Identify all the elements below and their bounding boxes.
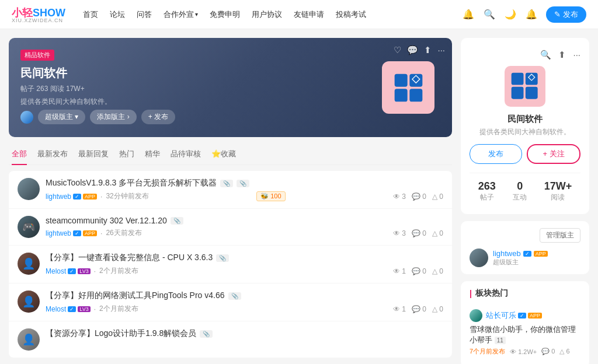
post-time-value: 26天前发布 [106, 228, 141, 238]
post-author[interactable]: lightweb ✓ APP [46, 229, 97, 237]
tab-excellent[interactable]: 精华 [145, 144, 160, 165]
mod-avatar [470, 249, 488, 267]
forum-name: 民间软件 [470, 114, 580, 125]
right-follow-button[interactable]: + 关注 [527, 144, 580, 164]
post-title[interactable]: 【资源分享】Logo设计助手1.9.8解锁会员 📎 [46, 328, 443, 339]
comment-stat: 💬 0 [412, 229, 426, 237]
search-icon[interactable]: 🔍 [483, 8, 496, 21]
avatar: 👤 [18, 253, 40, 275]
hot-level-badge: APP [528, 313, 542, 318]
post-content: 【资源分享】Logo设计助手1.9.8解锁会员 📎 [46, 328, 443, 342]
like-stat: △ 0 [432, 192, 443, 201]
mod-role: 超级版主 [493, 258, 548, 267]
view-stat: 👁 3 [393, 229, 406, 237]
hot-post-title[interactable]: 雪球微信小助手，你的微信管理小帮手 11 [470, 324, 580, 345]
post-title[interactable]: steamcommunity 302 Ver.12.1.20 📎 [46, 216, 443, 225]
more-icon[interactable]: ··· [573, 50, 580, 60]
post-tabs: 全部 最新发布 最新回复 热门 精华 品待审核 ⭐收藏 [9, 144, 452, 165]
like-stat: △ 0 [432, 229, 443, 237]
header-publish-button[interactable]: ✎ 发布 [546, 6, 586, 23]
nav-home[interactable]: 首页 [83, 9, 98, 20]
post-stats: 👁 3 💬 0 △ 0 [393, 229, 443, 237]
banner-addmod-btn[interactable]: 添加版主 › [90, 110, 136, 124]
hot-time: 7个月前发布 [470, 347, 505, 356]
forum-logo-svg [510, 72, 540, 101]
verified-badge: ✓ [73, 194, 81, 200]
share-icon[interactable]: ⬆ [558, 50, 566, 60]
dot: · [100, 229, 102, 237]
like-icon[interactable]: ♡ [394, 45, 401, 55]
nav-forum[interactable]: 论坛 [110, 9, 125, 20]
post-time-value: 32分钟前发布 [106, 191, 148, 201]
post-title[interactable]: 【分享】好用的网络测试工具PingTools Pro v4.66 📎 [46, 290, 443, 301]
tab-all[interactable]: 全部 [12, 144, 27, 165]
tab-pending[interactable]: 品待审核 [171, 144, 201, 165]
level-badge: APP [83, 230, 97, 236]
dot: · [94, 267, 96, 275]
moderator-user: lightweb ✓ APP 超级版主 [470, 246, 580, 267]
table-row: 👤 【分享】好用的网络测试工具PingTools Pro v4.66 📎 Mel… [9, 284, 452, 321]
share-icon[interactable]: ⬆ [424, 45, 432, 55]
stat-posts-value: 263 [478, 180, 496, 192]
notification-icon[interactable]: 🔔 [462, 8, 475, 21]
forum-desc: 提供各类民间大神自制软件。 [470, 127, 580, 137]
manage-mod-button[interactable]: 管理版主 [540, 228, 580, 243]
svg-rect-6 [512, 73, 524, 85]
post-meta: lightweb ✓ APP · 32分钟前发布 🐝 100 👁 3 💬 0 △… [46, 191, 443, 201]
verified-badge: ✓ [518, 313, 526, 318]
tab-latest-reply[interactable]: 最新回复 [78, 144, 109, 165]
stat-reads: 17W+ 阅读 [544, 180, 572, 202]
tab-latest-post[interactable]: 最新发布 [37, 144, 68, 165]
view-stat: 👁 3 [393, 192, 406, 201]
nav-qa[interactable]: 问答 [137, 9, 152, 20]
nav-friendlink[interactable]: 友链申请 [294, 9, 324, 20]
more-icon[interactable]: ··· [437, 45, 445, 55]
theme-icon[interactable]: 🌙 [504, 8, 517, 21]
post-title[interactable]: 【分享】一键查看设备完整信息 - CPU X 3.6.3 📎 [46, 253, 443, 263]
list-item: 站长可乐 ✓ APP 雪球微信小助手，你的微信管理小帮手 11 7个月前发布 👁… [470, 304, 580, 360]
svg-rect-0 [394, 74, 407, 86]
banner-actions-top: ♡ 💬 ⬆ ··· [394, 45, 445, 55]
avatar [18, 178, 40, 200]
forum-profile-panel: 🔍 ⬆ ··· 民间软件 提供各类民间大神自制软件。 [461, 38, 589, 214]
forum-banner: ♡ 💬 ⬆ ··· 精品软件 民间软件 帖子 263 阅读 17W+ 提供各类民… [9, 38, 452, 137]
verified-badge: ✓ [523, 251, 531, 257]
hot-user-row: 站长可乐 ✓ APP [470, 309, 580, 322]
left-column: ♡ 💬 ⬆ ··· 精品软件 民间软件 帖子 263 阅读 17W+ 提供各类民… [9, 38, 452, 364]
level-badge: APP [83, 194, 97, 200]
hot-avatar [470, 309, 482, 322]
post-author[interactable]: lightweb ✓ APP [46, 192, 97, 201]
avatar: 🎮 [18, 216, 40, 238]
svg-rect-2 [394, 89, 407, 102]
tab-favorites[interactable]: ⭐收藏 [211, 144, 236, 165]
view-stat: 👁 1 [393, 267, 406, 275]
banner-meta: 帖子 263 阅读 17W+ [20, 84, 440, 94]
right-publish-button[interactable]: 发布 [470, 144, 522, 164]
banner-post-btn[interactable]: + 发布 [141, 110, 175, 124]
post-author[interactable]: Melost ✓ LV3 [46, 305, 91, 313]
post-author[interactable]: Melost ✓ LV3 [46, 267, 91, 275]
svg-rect-8 [512, 87, 524, 99]
banner-bottom-actions: 超级版主 ▾ 添加版主 › + 发布 [20, 110, 440, 124]
nav-coop[interactable]: 合作外宣 ▾ [164, 9, 198, 20]
comment-stat: 💬 0 [412, 267, 426, 275]
nav-free[interactable]: 免费申明 [210, 9, 240, 20]
search-icon[interactable]: 🔍 [540, 50, 551, 60]
comment-stat: 💬 0 [412, 192, 426, 201]
post-time: · [100, 192, 102, 201]
post-title[interactable]: MusicToolsV1.9.8.3 多平台无损音乐解析下载器 📎 📎 [46, 178, 443, 188]
view-stat: 👁 1 [393, 305, 406, 313]
logo: 小轻SHOW XIU.XZWIDEA.CN [12, 6, 65, 23]
nav-exam[interactable]: 投稿考试 [336, 9, 366, 20]
post-content: MusicToolsV1.9.8.3 多平台无损音乐解析下载器 📎 📎 ligh… [46, 178, 443, 201]
post-content: 【分享】好用的网络测试工具PingTools Pro v4.66 📎 Melos… [46, 290, 443, 314]
hot-comments: 💬 0 [541, 348, 555, 355]
tab-hot[interactable]: 热门 [119, 144, 134, 165]
nav-agreement[interactable]: 用户协议 [252, 9, 282, 20]
like-stat: △ 0 [432, 305, 443, 313]
comment-icon[interactable]: 💬 [407, 45, 418, 55]
alert-icon[interactable]: 🔔 [525, 8, 538, 21]
banner-logo [382, 61, 434, 114]
hot-user-name[interactable]: 站长可乐 ✓ APP [486, 310, 542, 321]
banner-admin-btn[interactable]: 超级版主 ▾ [38, 110, 85, 124]
